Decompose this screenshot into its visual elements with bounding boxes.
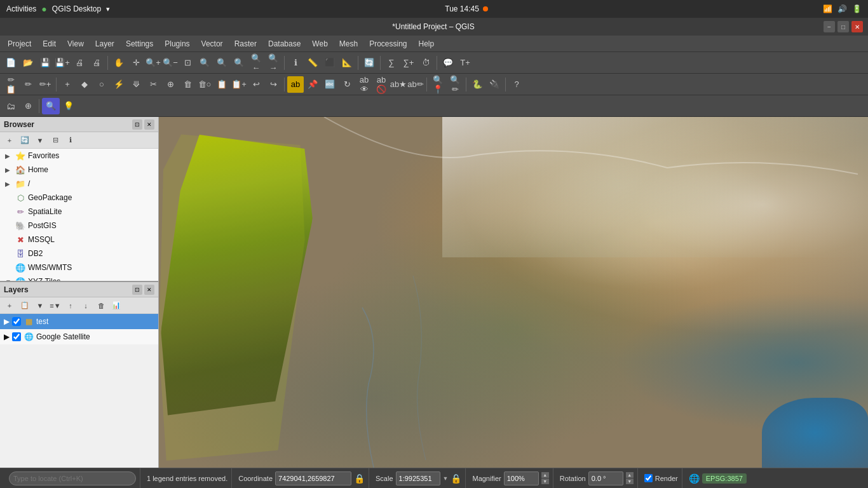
layers-filter2-button[interactable]: ≡▼ bbox=[48, 299, 62, 313]
zoom-next[interactable]: 🔍→ bbox=[265, 55, 281, 71]
layers-close-button[interactable]: ✕ bbox=[144, 285, 154, 295]
rotation-down[interactable]: ▼ bbox=[626, 478, 634, 484]
app-label[interactable]: QGIS Desktop bbox=[52, 4, 101, 13]
measure-line-button[interactable]: 📏 bbox=[304, 55, 321, 71]
browser-home[interactable]: ▶ 🏠 Home bbox=[0, 163, 158, 177]
browser-filter-button[interactable]: ▼ bbox=[33, 133, 47, 147]
browser-postgis[interactable]: 🐘 PostGIS bbox=[0, 219, 158, 233]
coordinate-input[interactable] bbox=[275, 471, 351, 485]
browser-root[interactable]: ▶ 📁 / bbox=[0, 177, 158, 191]
label-rotate-button[interactable]: ↻ bbox=[339, 76, 355, 93]
zoom-last[interactable]: 🔍← bbox=[248, 55, 264, 71]
rotation-input[interactable] bbox=[588, 471, 623, 485]
snap-options-button[interactable]: ⊕ bbox=[20, 98, 36, 114]
zoom-in-button[interactable]: 🔍+ bbox=[145, 55, 161, 71]
python-console-button[interactable]: 🐍 bbox=[469, 76, 485, 93]
undo-button[interactable]: ↩ bbox=[248, 76, 264, 93]
label-always-show[interactable]: ab★ bbox=[390, 76, 407, 93]
measure-angle-button[interactable]: 📐 bbox=[339, 55, 355, 71]
label-move-button[interactable]: 🔤 bbox=[322, 76, 338, 93]
search-select-button[interactable]: 🔍📍 bbox=[430, 76, 446, 93]
activities-label[interactable]: Activities bbox=[6, 4, 36, 13]
locate-feature-button[interactable]: 🔍 bbox=[42, 98, 60, 114]
zoom-full-button[interactable]: ⊡ bbox=[179, 55, 196, 71]
magnifier-input[interactable] bbox=[504, 471, 539, 485]
label-pin-button[interactable]: 📌 bbox=[304, 76, 321, 93]
add-part-button[interactable]: ◆ bbox=[76, 76, 93, 93]
map-canvas[interactable] bbox=[159, 117, 868, 468]
digitize-select-button[interactable]: 🔍✏ bbox=[447, 76, 463, 93]
label-edit[interactable]: ab✏ bbox=[407, 76, 424, 93]
browser-float-button[interactable]: ⊡ bbox=[132, 119, 142, 130]
browser-refresh-button[interactable]: 🔄 bbox=[18, 133, 32, 147]
copy-features-button[interactable]: 📋 bbox=[214, 76, 230, 93]
merge-button[interactable]: ⊕ bbox=[162, 76, 179, 93]
browser-add-button[interactable]: + bbox=[3, 133, 17, 147]
rotation-up[interactable]: ▲ bbox=[626, 472, 634, 478]
measure-area-button[interactable]: ⬛ bbox=[322, 55, 338, 71]
move-button[interactable]: ⟱ bbox=[128, 76, 144, 93]
menu-settings[interactable]: Settings bbox=[121, 38, 158, 50]
menu-raster[interactable]: Raster bbox=[229, 38, 262, 50]
field-calc-button[interactable]: ∑ bbox=[383, 55, 400, 71]
reshape-button[interactable]: ⚡ bbox=[111, 76, 127, 93]
menu-edit[interactable]: Edit bbox=[37, 38, 61, 50]
stats-button[interactable]: ∑+ bbox=[400, 55, 417, 71]
menu-plugins[interactable]: Plugins bbox=[159, 38, 194, 50]
minimize-button[interactable]: − bbox=[824, 21, 835, 32]
close-button[interactable]: ✕ bbox=[851, 21, 863, 32]
current-edits-button[interactable]: ✏📋 bbox=[3, 76, 19, 93]
timer-button[interactable]: ⏱ bbox=[417, 55, 434, 71]
browser-favorites[interactable]: ▶ ⭐ Favorites bbox=[0, 149, 158, 163]
layers-float-button[interactable]: ⊡ bbox=[132, 285, 142, 295]
crs-badge[interactable]: EPSG:3857 bbox=[702, 473, 747, 484]
browser-spatialite[interactable]: ✏ SpatiaLite bbox=[0, 205, 158, 219]
split-button[interactable]: ✂ bbox=[145, 76, 161, 93]
delete-part-button[interactable]: 🗑 bbox=[179, 76, 196, 93]
browser-info-button[interactable]: ℹ bbox=[64, 133, 78, 147]
browser-db2[interactable]: 🗄 DB2 bbox=[0, 247, 158, 261]
layers-filter-button[interactable]: ▼ bbox=[33, 299, 47, 313]
menu-view[interactable]: View bbox=[62, 38, 89, 50]
paste-features-button[interactable]: 📋+ bbox=[231, 76, 247, 93]
layer-google-satellite[interactable]: ▶ 🌐 Google Satellite bbox=[0, 329, 158, 344]
fill-ring-button[interactable]: ○ bbox=[93, 76, 110, 93]
open-project-button[interactable]: 📂 bbox=[20, 55, 36, 71]
layers-open-attribute-button[interactable]: 📊 bbox=[109, 299, 123, 313]
add-feature-button[interactable]: + bbox=[59, 76, 76, 93]
menu-help[interactable]: Help bbox=[414, 38, 440, 50]
layers-add-button[interactable]: + bbox=[3, 299, 17, 313]
print-layout-button[interactable]: 🖨 bbox=[71, 55, 88, 71]
layers-move-down[interactable]: ↓ bbox=[79, 299, 93, 313]
browser-xyz-tiles[interactable]: ▼ 🌐 XYZ Tiles bbox=[0, 274, 158, 281]
tips-button[interactable]: 💡 bbox=[60, 98, 77, 114]
zoom-selection[interactable]: 🔍 bbox=[196, 55, 213, 71]
layer-test[interactable]: ▶ ▦ test bbox=[0, 314, 158, 329]
scale-dropdown-icon[interactable]: ▼ bbox=[443, 475, 449, 482]
label-show-button[interactable]: ab👁 bbox=[356, 76, 372, 93]
browser-geopackage[interactable]: ⬡ GeoPackage bbox=[0, 191, 158, 205]
layers-remove-button[interactable]: 🗑 bbox=[94, 299, 108, 313]
text-annotation-button[interactable]: T+ bbox=[457, 55, 473, 71]
delete-ring-button[interactable]: 🗑○ bbox=[196, 76, 213, 93]
refresh-button[interactable]: 🔄 bbox=[361, 55, 377, 71]
redo-button[interactable]: ↪ bbox=[265, 76, 281, 93]
scale-input[interactable] bbox=[396, 471, 440, 485]
layer-test-checkbox[interactable] bbox=[12, 317, 21, 326]
layers-source-button[interactable]: 📋 bbox=[18, 299, 32, 313]
label-hide-button[interactable]: ab🚫 bbox=[373, 76, 390, 93]
maximize-button[interactable]: □ bbox=[837, 21, 849, 32]
print-button[interactable]: 🖨 bbox=[88, 55, 105, 71]
pan-to-selection[interactable]: ✛ bbox=[128, 55, 144, 71]
browser-collapse-button[interactable]: ⊟ bbox=[48, 133, 62, 147]
browser-wms[interactable]: 🌐 WMS/WMTS bbox=[0, 261, 158, 274]
layer-satellite-checkbox[interactable] bbox=[12, 332, 21, 341]
plugins-button[interactable]: 🔌 bbox=[486, 76, 503, 93]
digitize-button[interactable]: ✏ bbox=[20, 76, 36, 93]
magnifier-down[interactable]: ▼ bbox=[541, 478, 549, 484]
browser-mssql[interactable]: ✖ MSSQL bbox=[0, 233, 158, 247]
layers-move-up[interactable]: ↑ bbox=[64, 299, 78, 313]
zoom-native[interactable]: 🔍 bbox=[231, 55, 247, 71]
save-project-button[interactable]: 💾 bbox=[37, 55, 53, 71]
menu-web[interactable]: Web bbox=[307, 38, 332, 50]
